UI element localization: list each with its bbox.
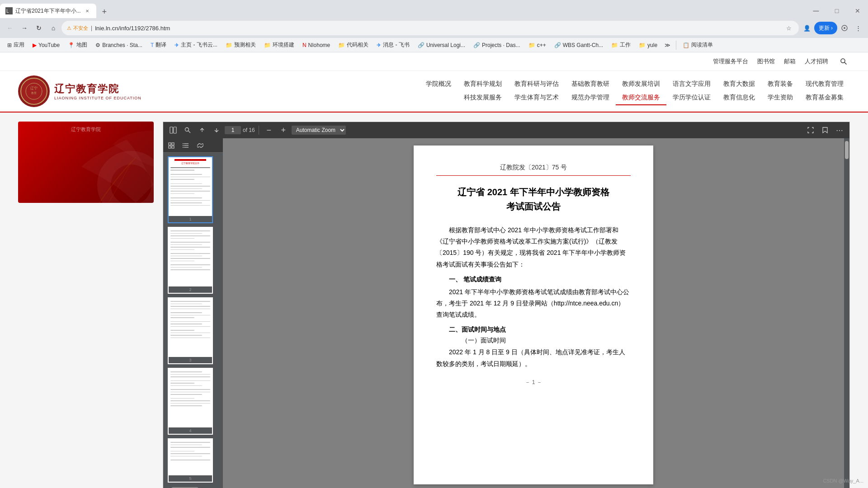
pdf-thumb-4[interactable]: 4 [168,368,213,435]
bookmark-reading-list[interactable]: 📋 阅读清单 [679,40,717,51]
pdf-scrollbar-thumb[interactable] [845,141,849,159]
pdf-bookmark-button[interactable] [819,124,831,136]
nav-degree-cert[interactable]: 学历学位认证 [666,91,717,105]
pdf-zoom-out-button[interactable]: − [263,124,275,136]
utility-recruitment[interactable]: 人才招聘 [805,57,828,66]
nav-edu-info[interactable]: 教育信息化 [717,91,761,105]
folder-icon-6: 📁 [639,42,646,48]
bookmark-yule[interactable]: 📁 yule [635,40,661,51]
close-button[interactable]: ✕ [847,4,868,18]
bookmarks-more-button[interactable]: ≫ [662,40,673,51]
nav-modern-mgmt[interactable]: 现代教育管理 [799,77,850,91]
folder-icon-3: 📁 [338,42,345,48]
logo-chinese-name: 辽宁教育学院 [54,82,142,96]
apps-icon: ⊞ [7,42,12,48]
pdf-scrollbar[interactable] [844,138,849,488]
bookmark-apps[interactable]: ⊞ 应用 [4,40,28,51]
nav-bigdata[interactable]: 教育大数据 [717,77,761,91]
nav-overview[interactable]: 学院概况 [420,77,458,91]
nav-research-eval[interactable]: 教育科研与评估 [508,77,565,91]
new-tab-button[interactable]: + [98,5,111,18]
bookmark-cpp[interactable]: 📁 c++ [525,40,550,51]
bookmark-maps[interactable]: 📍 地图 [64,40,91,51]
logo-inner: 辽宁 教育 [20,78,47,105]
update-button[interactable]: 更新 › [814,22,837,34]
utility-email[interactable]: 邮箱 [784,57,796,66]
back-button[interactable]: ← [4,22,16,34]
pdf-next-page-button[interactable] [210,124,223,136]
star-icon[interactable]: ☆ [784,23,793,33]
bookmark-projects[interactable]: 🔗 Projects · Das... [470,40,524,51]
pdf-search-button[interactable] [181,124,194,136]
pdf-fullscreen-button[interactable] [804,124,817,136]
pdf-list-view-button[interactable] [179,139,192,152]
pdf-thumb-3[interactable]: 3 [168,297,213,364]
bookmark-branches[interactable]: ⚙ Branches · Sta... [92,40,146,51]
bookmark-feishu-msg[interactable]: ✈ 消息 - 飞书 [373,40,413,51]
pdf-page-input[interactable]: 1 [225,126,241,134]
bookmark-feishu-home-label: 主页 - 飞书云... [181,41,217,49]
pdf-more-button[interactable]: ⋯ [833,124,846,136]
menu-icon[interactable]: ⋮ [852,22,864,34]
pdf-thumb-view-button[interactable] [165,139,178,152]
nav-science-planning[interactable]: 教育科学规划 [458,77,508,91]
home-button[interactable]: ⌂ [47,22,60,34]
nav-equipment[interactable]: 教育装备 [761,77,799,91]
youtube-icon: ▶ [33,42,37,48]
pdf-para-1: 根据教育部考试中心 2021 年中小学教师资格考试工作部署和《辽宁省中小学教师资… [436,225,631,270]
nav-basic-edu[interactable]: 基础教育教研 [565,77,616,91]
extension-icon[interactable] [838,22,851,34]
pdf-zoom-in-button[interactable]: + [277,124,290,136]
bookmark-code[interactable]: 📁 代码相关 [335,40,372,51]
pdf-red-line [436,175,631,176]
reload-button[interactable]: ↻ [33,22,45,34]
maximize-button[interactable]: □ [826,4,847,18]
hscroll-right[interactable]: ▶ [199,487,203,488]
pdf-sidebar-toggle[interactable] [167,124,179,136]
utility-search-button[interactable] [837,55,850,68]
pdf-viewer: 1 of 16 − + Automatic Zoom 50% 75% 100% … [163,122,850,488]
nav-tech-service[interactable]: 科技发展服务 [458,91,508,105]
address-input-container[interactable]: ⚠ 不安全 | lnie.ln.cn/info/1192/2786.htm ☆ [61,21,799,35]
bookmark-universal[interactable]: 🔗 Universal Logi... [414,40,469,51]
svg-rect-10 [170,127,173,133]
bookmark-env[interactable]: 📁 环境搭建 [260,40,298,51]
nav-student-aid[interactable]: 学生资助 [761,91,799,105]
tab-close-button[interactable]: ✕ [84,7,91,14]
url-display[interactable]: lnie.ln.cn/info/1192/2786.htm [95,25,782,32]
pdf-main-view[interactable]: 辽教院发〔2021〕75 号 辽宁省 2021 年下半年中小学教师资格 考试面试… [223,138,844,488]
pdf-thumb-1[interactable]: 辽宁教育学院文件 [168,156,213,223]
pdf-link-button[interactable] [194,139,207,152]
active-tab[interactable]: L 辽宁省2021年下半年中小... ✕ [0,4,96,18]
pdf-thumb-1-content: 辽宁教育学院文件 [169,157,212,216]
utility-management[interactable]: 管理服务平台 [713,57,748,66]
svg-point-22 [183,145,184,146]
bookmark-wbs[interactable]: 🔗 WBS Gantt-Ch... [551,40,607,51]
bookmark-translate[interactable]: T 翻译 [147,40,170,51]
logo-area[interactable]: 辽宁 教育 辽宁教育学院 LIAONING INSTITUTE OF EDUCA… [18,75,142,107]
bookmark-reading-list-label: 阅读清单 [691,41,713,49]
pdf-zoom-select[interactable]: Automatic Zoom 50% 75% 100% 125% 150% [292,126,346,135]
minimize-button[interactable]: ─ [806,4,826,18]
hscroll-left[interactable]: ◀ [165,487,169,488]
nav-teacher-training[interactable]: 教师发展培训 [616,77,666,91]
bookmark-youtube[interactable]: ▶ YouTube [29,40,63,51]
pdf-thumb-5[interactable]: 5 [168,438,213,483]
nav-sports-art[interactable]: 学生体育与艺术 [508,91,565,105]
nav-standardize[interactable]: 规范办学管理 [565,91,616,105]
nav-edu-fund[interactable]: 教育基金募集 [799,91,850,105]
pdf-hscroll[interactable]: ◀ ▶ [163,486,223,488]
bookmark-niohome[interactable]: N NIohome [299,40,334,51]
bookmark-prediction[interactable]: 📁 预测相关 [222,40,259,51]
forward-button[interactable]: → [18,22,31,34]
profile-icon[interactable]: 👤 [801,22,813,34]
bookmark-feishu-home[interactable]: ✈ 主页 - 飞书云... [171,40,221,51]
pdf-prev-page-button[interactable] [196,124,208,136]
pdf-thumb-2[interactable]: 2 [168,227,213,294]
address-bar: ← → ↻ ⌂ ⚠ 不安全 | lnie.ln.cn/info/1192/278… [0,18,868,38]
nav-teacher-exchange[interactable]: 教师交流服务 [616,91,666,105]
utility-library[interactable]: 图书馆 [757,57,775,66]
nav-language[interactable]: 语言文字应用 [666,77,717,91]
pdf-page-number-display: － 1 － [436,379,631,386]
bookmark-work[interactable]: 📁 工作 [608,40,634,51]
